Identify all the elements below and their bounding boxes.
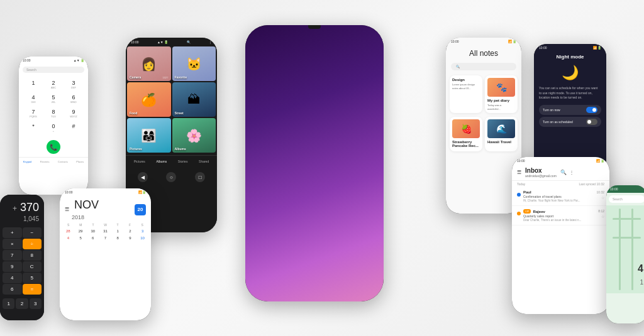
- cal-day[interactable]: 30: [87, 228, 99, 234]
- cal-day[interactable]: 9: [125, 235, 136, 241]
- key-7[interactable]: 7PQRS: [24, 107, 43, 120]
- email-sender-rajeev: Rajeev: [533, 210, 545, 214]
- toggle-off[interactable]: [586, 119, 597, 125]
- gallery-cell-cat[interactable]: 🐱 Favorite: [172, 46, 216, 81]
- key-4[interactable]: 4GHI: [24, 92, 43, 106]
- calc-btn-1[interactable]: 1: [3, 298, 14, 309]
- note-design-text: Lorem ipsum design notes about UI...: [452, 83, 480, 90]
- calc-btn-3[interactable]: 3: [30, 298, 42, 309]
- tab-shared[interactable]: Shared: [199, 160, 209, 163]
- dialer-search[interactable]: Search: [23, 67, 84, 73]
- cal-day[interactable]: 5: [75, 235, 87, 241]
- calc-btn-2[interactable]: 2: [16, 298, 28, 309]
- tab-pictures[interactable]: Pictures: [134, 160, 145, 163]
- nav-back[interactable]: ◀: [138, 172, 148, 182]
- tab-recents[interactable]: Recents: [40, 160, 50, 163]
- note-design[interactable]: Design Lorem ipsum design notes about UI…: [450, 75, 482, 113]
- calc-btn-mult[interactable]: ×: [3, 239, 22, 249]
- gallery-cell-food[interactable]: 🍊 Food: [127, 82, 171, 117]
- key-3[interactable]: 3DEF: [64, 78, 83, 91]
- calc-btn-9[interactable]: 9: [3, 261, 22, 272]
- key-star[interactable]: *: [24, 121, 43, 134]
- key-1[interactable]: 1: [24, 78, 43, 91]
- calc-btn-4[interactable]: 4: [3, 273, 22, 283]
- email-subject-paul: Confirmation of travel plans: [523, 195, 594, 198]
- cal-day[interactable]: 10: [136, 235, 148, 241]
- calc-btn-eq[interactable]: =: [23, 284, 42, 295]
- gallery-cell-pictures[interactable]: 👨‍👩‍👧 Pictures: [127, 118, 171, 153]
- cal-day[interactable]: 31: [99, 228, 111, 234]
- email-time-paul: 10:32: [596, 190, 604, 194]
- note-pancake[interactable]: 🍓 Strawberry Pancake Rec...: [450, 117, 482, 151]
- calc-btn-7[interactable]: 7: [3, 250, 22, 261]
- cal-day[interactable]: 8: [112, 235, 124, 241]
- calc-btn-clear[interactable]: C: [23, 261, 42, 272]
- key-6[interactable]: 6MNO: [64, 92, 83, 106]
- key-2[interactable]: 2ABC: [44, 78, 63, 91]
- phone-calculator: + 370 1,045 + − × ÷ 7 8 9 C 4 5 6 = 1: [0, 195, 44, 320]
- cal-day[interactable]: 3: [136, 228, 148, 234]
- cal-day[interactable]: 4: [62, 235, 74, 241]
- dialer-keypad: 1 2ABC 3DEF 4GHI 5JKL 6MNO 7PQRS 8TUV 9W…: [19, 75, 88, 137]
- night-option-2[interactable]: Turn on as scheduled: [539, 117, 601, 127]
- note-pet-text: Today was a wonderful...: [487, 104, 515, 111]
- map-road-v2: [631, 209, 633, 290]
- calc-btn-5[interactable]: 5: [23, 273, 42, 283]
- calc-btn-div[interactable]: ÷: [23, 239, 42, 249]
- email-search-icon[interactable]: 🔍: [560, 170, 567, 175]
- gallery-search[interactable]: 🔍: [187, 40, 191, 44]
- calc-btn-6[interactable]: 6: [3, 284, 22, 295]
- cal-day[interactable]: 2: [125, 228, 136, 234]
- calc-btn-8[interactable]: 8: [23, 250, 42, 261]
- call-button[interactable]: 📞: [47, 140, 60, 154]
- notes-search[interactable]: 🔍: [451, 63, 516, 70]
- gallery-cell-street[interactable]: 🏔 Street: [172, 82, 216, 117]
- key-5[interactable]: 5JKL: [44, 92, 63, 106]
- calc-btn-plus[interactable]: +: [3, 227, 22, 238]
- tab-contacts[interactable]: Contacts: [58, 160, 68, 163]
- toggle-on[interactable]: [586, 107, 597, 113]
- pet-diary-image: 🐾: [487, 78, 515, 97]
- cal-day[interactable]: 6: [87, 235, 99, 241]
- note-pet-diary[interactable]: 🐾 My pet diary Today was a wonderful...: [485, 75, 518, 113]
- tab-stories[interactable]: Stories: [178, 160, 188, 163]
- email-item-rajeev[interactable]: VIP Rajeev Quarterly sales report Dear C…: [512, 206, 609, 225]
- email-sync: Today Last synced 10:32: [512, 181, 609, 187]
- tab-places[interactable]: Places: [76, 160, 84, 163]
- key-hash[interactable]: #: [64, 121, 83, 134]
- cal-day[interactable]: 29: [75, 228, 87, 234]
- gallery-cell-woman[interactable]: 👩 Camera 1027: [127, 46, 171, 81]
- cal-day[interactable]: 7: [99, 235, 111, 241]
- key-9[interactable]: 9WXYZ: [64, 107, 83, 120]
- email-hamburger[interactable]: ☰: [517, 170, 521, 175]
- email-more-icon[interactable]: ⋮: [569, 170, 574, 175]
- cal-month: NOV: [74, 198, 99, 212]
- gallery-time: 10:00: [131, 40, 139, 44]
- maps-search[interactable]: Search: [609, 195, 644, 203]
- email-star-rajeev[interactable]: ☆: [601, 214, 604, 219]
- tab-albums[interactable]: Albums: [157, 160, 167, 163]
- phone-center-notch: [308, 25, 321, 29]
- email-star-paul[interactable]: ☆: [601, 195, 604, 200]
- cal-hamburger[interactable]: ☰: [65, 207, 69, 212]
- calc-btn-minus[interactable]: −: [23, 227, 42, 238]
- email-sender-row-rajeev: VIP Rajeev: [523, 209, 596, 214]
- cal-day[interactable]: 1: [112, 228, 124, 234]
- phone-email: 10:00 📶 🔋 ☰ Inbox androidux@gmail.com 🔍 …: [512, 157, 609, 314]
- wd-mon: M: [75, 223, 87, 227]
- gallery-more[interactable]: ⋮: [209, 40, 212, 44]
- key-0[interactable]: 0+: [44, 121, 63, 134]
- tab-keypad[interactable]: Keypad: [23, 160, 32, 163]
- key-8[interactable]: 8TUV: [44, 107, 63, 120]
- note-hawaii[interactable]: 🌊 Hawaii Travel: [485, 117, 518, 151]
- notes-row-2: 🍓 Strawberry Pancake Rec... 🌊 Hawaii Tra…: [450, 117, 518, 151]
- maps-number: 4: [638, 263, 643, 274]
- maps-status: 10:00: [606, 185, 644, 193]
- gallery-cell-albums[interactable]: 🌸 Albums: [172, 118, 216, 153]
- email-sync-today: Today: [517, 182, 525, 186]
- nav-home[interactable]: ○: [166, 172, 176, 182]
- cal-day[interactable]: 28: [62, 228, 74, 234]
- night-option-1[interactable]: Turn on now: [539, 105, 601, 115]
- nav-recent[interactable]: □: [195, 172, 205, 182]
- email-item-paul[interactable]: Paul Confirmation of travel plans Hi, Ch…: [512, 187, 609, 206]
